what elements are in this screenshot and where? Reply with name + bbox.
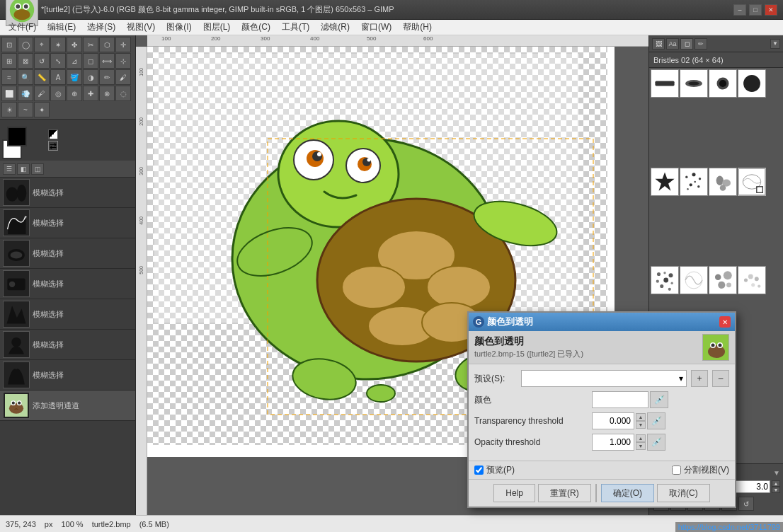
tool-flip[interactable]: ⟺ (99, 53, 115, 69)
brush-item[interactable] (709, 266, 737, 294)
layer-item[interactable]: 模糊选择 (0, 269, 135, 299)
brush-item[interactable] (651, 69, 679, 98)
tool-ellipse-select[interactable]: ◯ (18, 37, 33, 52)
brush-tool-refresh[interactable]: ↺ (738, 497, 754, 511)
brush-item[interactable] (651, 168, 679, 196)
brush-item[interactable] (738, 69, 766, 98)
tool-eraser[interactable]: ⬜ (1, 86, 17, 101)
tool-free-select[interactable]: ⌖ (34, 37, 50, 52)
tool-scale[interactable]: ⤡ (50, 53, 66, 69)
tool-airbrush[interactable]: 💨 (18, 86, 33, 101)
tool-cage[interactable]: ⊹ (115, 53, 131, 69)
menu-tools[interactable]: 工具(T) (276, 20, 315, 35)
menu-layer[interactable]: 图层(L) (198, 20, 236, 35)
opacity-eyedropper[interactable]: 💉 (647, 434, 665, 451)
color-eyedropper[interactable]: 💉 (650, 391, 668, 408)
reset-button[interactable]: 重置(R) (538, 484, 591, 502)
tool-move[interactable]: ✛ (115, 37, 131, 52)
tool-align[interactable]: ⊞ (1, 53, 17, 69)
opacity-spin-down[interactable]: ▼ (636, 442, 646, 450)
preset-dropdown[interactable] (521, 370, 687, 387)
color-preview[interactable] (592, 391, 648, 408)
close-button[interactable]: ✕ (765, 4, 777, 16)
foreground-color-swatch[interactable] (7, 127, 27, 146)
layer-item[interactable]: 模糊选择 (0, 299, 135, 330)
tool-heal[interactable]: ✚ (83, 86, 98, 101)
menu-filter[interactable]: 滤镜(R) (315, 20, 355, 35)
layer-item-add-alpha[interactable]: 添加透明通道 (0, 391, 135, 421)
tool-measure[interactable]: 📏 (34, 69, 50, 85)
menu-select[interactable]: 选择(S) (81, 20, 121, 35)
layer-item[interactable]: 模糊选择 (0, 330, 135, 360)
brush-item[interactable] (651, 266, 679, 294)
brush-item[interactable] (709, 168, 737, 196)
swap-colors-icon[interactable]: ⇄ (48, 141, 58, 151)
tool-color-picker[interactable]: ✦ (34, 102, 50, 117)
menu-edit[interactable]: 编辑(E) (42, 20, 81, 35)
tool-pencil[interactable]: ✏ (99, 69, 115, 85)
tool-shear[interactable]: ⊿ (67, 53, 82, 69)
cancel-button[interactable]: 取消(C) (657, 484, 710, 502)
brush-item[interactable] (709, 69, 737, 98)
tool-mypaint[interactable]: ◎ (50, 86, 66, 101)
layer-item[interactable]: 模糊选择 (0, 208, 135, 238)
layer-item[interactable]: 模糊选择 (0, 360, 135, 391)
menu-view[interactable]: 视图(V) (121, 20, 161, 35)
tool-warp[interactable]: ≈ (1, 69, 17, 85)
menu-file[interactable]: 文件(F) (3, 20, 42, 35)
split-view-label[interactable]: 分割视图(V) (684, 464, 729, 476)
opacity-threshold-input[interactable] (592, 434, 634, 451)
spacing-down[interactable]: ▼ (772, 487, 780, 493)
panel-tab-1[interactable]: ☰ (3, 163, 16, 175)
maximize-button[interactable]: □ (749, 4, 762, 16)
tool-rect-select[interactable]: ⊡ (1, 37, 17, 52)
menu-window[interactable]: 窗口(W) (355, 20, 397, 35)
preview-checkbox[interactable] (474, 466, 484, 475)
tool-blend[interactable]: ◑ (83, 69, 98, 85)
panel-icon-brush[interactable]: ◻ (680, 38, 693, 50)
menu-help[interactable]: 帮助(H) (397, 20, 438, 35)
panel-icon-pencil[interactable]: ✏ (695, 38, 707, 50)
tool-perspective[interactable]: ◻ (83, 53, 98, 69)
tool-foreground-select[interactable]: ⬡ (99, 37, 115, 52)
spacing-input[interactable]: 3.0 (735, 480, 770, 493)
brush-item[interactable] (738, 266, 766, 294)
dialog-titlebar[interactable]: G 颜色到透明 ✕ (469, 313, 735, 331)
split-view-checkbox[interactable] (672, 466, 681, 475)
brush-item-selected[interactable] (738, 168, 766, 196)
tool-text[interactable]: A (50, 69, 66, 85)
brush-item[interactable] (680, 168, 708, 196)
panel-icon-aa[interactable]: Aa (666, 38, 679, 50)
transparency-threshold-input[interactable] (592, 412, 634, 429)
tool-smudge[interactable]: ~ (18, 102, 33, 117)
media-dropdown-icon[interactable]: ▼ (773, 469, 780, 477)
minimize-button[interactable]: – (733, 4, 746, 16)
transparency-spin-down[interactable]: ▼ (636, 421, 646, 429)
tool-bucket[interactable]: 🪣 (67, 69, 82, 85)
opacity-spin-up[interactable]: ▲ (636, 434, 646, 442)
panel-tab-3[interactable]: ◫ (31, 163, 44, 175)
default-colors-icon[interactable] (48, 129, 58, 139)
tool-brush[interactable]: 🖌 (115, 69, 131, 85)
panel-tab-2[interactable]: ◧ (17, 163, 30, 175)
tool-fuzzy-select[interactable]: ✶ (50, 37, 66, 52)
dialog-close-button[interactable]: ✕ (719, 316, 731, 328)
brush-item[interactable] (680, 266, 708, 294)
menu-color[interactable]: 颜色(C) (236, 20, 276, 35)
tool-select-color[interactable]: ✤ (67, 37, 82, 52)
menu-image[interactable]: 图像(I) (161, 20, 197, 35)
ok-button[interactable]: 确定(O) (601, 484, 654, 502)
tool-scissors[interactable]: ✂ (83, 37, 98, 52)
preset-delete-button[interactable]: – (712, 370, 729, 387)
spacing-up[interactable]: ▲ (772, 480, 780, 487)
panel-menu-icon[interactable]: ▼ (770, 39, 780, 49)
brush-item[interactable] (680, 69, 708, 98)
tool-dodge[interactable]: ☀ (1, 102, 17, 117)
color-to-alpha-dialog[interactable]: G 颜色到透明 ✕ 颜色到透明 turtle2.bmp-15 ([turtle2… (467, 311, 736, 508)
transparency-eyedropper[interactable]: 💉 (647, 412, 665, 429)
layer-item[interactable]: 模糊选择 (0, 238, 135, 269)
tool-ink[interactable]: 🖋 (34, 86, 50, 101)
help-button[interactable]: Help (493, 484, 535, 502)
layer-item[interactable]: 模糊选择 (0, 178, 135, 208)
preset-add-button[interactable]: + (691, 370, 708, 387)
